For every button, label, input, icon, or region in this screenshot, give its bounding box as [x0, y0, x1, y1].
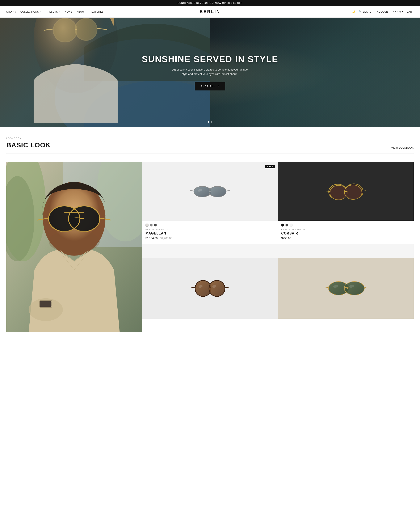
- magellan-sunglasses-svg: [189, 183, 231, 200]
- featured-lookbook-image: [6, 162, 142, 332]
- nav-features[interactable]: FEATURES: [90, 10, 104, 13]
- svg-point-33: [210, 192, 211, 192]
- sale-badge: SALE: [265, 165, 275, 168]
- lookbook-title: BASIC LOOK: [6, 141, 51, 149]
- svg-point-46: [361, 190, 362, 192]
- svg-line-60: [364, 287, 367, 288]
- hero-subtitle: Art of sunny sophistication, crafted to …: [172, 68, 248, 76]
- swatch-black[interactable]: [281, 224, 284, 227]
- chevron-down-icon: ▾: [15, 11, 16, 13]
- hero-dot-2[interactable]: [211, 121, 212, 122]
- announcement-text: SUNGLASSES REVOLUTION: NOW UP TO 60% OFF: [178, 2, 242, 4]
- svg-line-30: [190, 190, 194, 191]
- product-card-bottom-center: [142, 258, 278, 319]
- nav-collections[interactable]: COLLECTIONS ▾: [20, 10, 42, 13]
- product-card-magellan: SALE: [142, 162, 278, 258]
- hero-dot-1[interactable]: [208, 121, 209, 122]
- hero-title: SUNSHINE SERVED IN STYLE: [84, 54, 336, 64]
- announcement-bar: SUNGLASSES REVOLUTION: NOW UP TO 60% OFF: [0, 0, 420, 6]
- svg-point-61: [344, 288, 345, 289]
- header: SHOP ▾ COLLECTIONS ▾ PRESETS ▾ NEWS ABOU…: [0, 6, 420, 18]
- nav-left: SHOP ▾ COLLECTIONS ▾ PRESETS ▾ NEWS ABOU…: [6, 10, 104, 13]
- svg-line-6: [75, 29, 77, 30]
- search-icon: 🔍: [359, 10, 362, 13]
- svg-point-22: [49, 230, 100, 253]
- magellan-brand: BERLIN ESSENTIAL: [146, 229, 275, 231]
- magellan-info: BERLIN ESSENTIAL MAGELLAN $1,134.00 $1,2…: [142, 221, 278, 244]
- hero-section: SUNSHINE SERVED IN STYLE Art of sunny so…: [0, 18, 420, 127]
- magellan-swatches: [146, 224, 275, 227]
- svg-line-59: [325, 287, 328, 288]
- round-sunglasses-svg: [190, 279, 230, 298]
- hero-indicators: [208, 121, 212, 122]
- nav-news[interactable]: NEWS: [65, 10, 72, 13]
- corsair-swatches: [281, 224, 410, 227]
- view-lookbook-link[interactable]: VIEW LOOKBOOK: [391, 147, 414, 149]
- svg-line-31: [226, 190, 230, 191]
- svg-point-4: [53, 18, 77, 42]
- svg-point-62: [347, 288, 348, 289]
- lookbook-header: LOOKBOOK BASIC LOOK VIEW LOOKBOOK: [6, 137, 414, 153]
- product-card-corsair: BERLIN ESSENTIAL CORSAIR $750.00: [278, 162, 414, 258]
- arrow-icon: ↗: [217, 85, 219, 87]
- hero-cta-button[interactable]: SHOP ALL ↗: [195, 82, 225, 90]
- moon-icon: 🌙: [352, 10, 355, 13]
- svg-point-45: [329, 191, 330, 192]
- currency-selector[interactable]: CA ($) ▾: [393, 10, 403, 13]
- man-with-sunglasses-svg: [6, 162, 142, 332]
- corsair-brand: BERLIN ESSENTIAL: [281, 229, 410, 231]
- magellan-image: SALE: [142, 162, 278, 221]
- svg-rect-17: [64, 212, 84, 213]
- svg-rect-24: [40, 301, 52, 307]
- corsair-name: CORSAIR: [281, 232, 410, 235]
- hero-content: SUNSHINE SERVED IN STYLE Art of sunny so…: [84, 54, 336, 90]
- svg-point-5: [75, 18, 97, 40]
- nav-right: 🌙 🔍 SEARCH ACCOUNT CA ($) ▾ CART: [352, 10, 414, 13]
- account-link[interactable]: ACCOUNT: [377, 10, 390, 13]
- magellan-price: $1,134.00 $1,200.00: [146, 236, 275, 240]
- lookbook-label: LOOKBOOK: [6, 137, 51, 140]
- dark-mode-toggle[interactable]: 🌙: [352, 10, 355, 13]
- chevron-down-icon: ▾: [40, 11, 42, 13]
- swatch-white[interactable]: [289, 224, 293, 227]
- svg-line-52: [225, 287, 229, 288]
- swatch-light[interactable]: [146, 224, 149, 227]
- chevron-down-icon: ▾: [402, 10, 403, 13]
- svg-point-32: [209, 192, 210, 192]
- nav-shop[interactable]: SHOP ▾: [6, 10, 16, 13]
- lookbook-heading: LOOKBOOK BASIC LOOK: [6, 137, 51, 149]
- corsair-price: $750.00: [281, 236, 410, 240]
- nav-about[interactable]: ABOUT: [77, 10, 86, 13]
- svg-line-51: [191, 287, 195, 288]
- swatch-dark[interactable]: [285, 224, 288, 227]
- swatch-dark[interactable]: [154, 224, 157, 227]
- corsair-sunglasses-svg: [325, 181, 367, 202]
- site-logo[interactable]: BERLIN: [200, 9, 220, 14]
- cart-link[interactable]: CART: [407, 10, 414, 13]
- magellan-name: MAGELLAN: [146, 232, 275, 235]
- product-grid: SALE: [6, 162, 414, 332]
- swatch-mid[interactable]: [150, 224, 153, 227]
- chevron-down-icon: ▾: [59, 11, 61, 13]
- corsair-info: BERLIN ESSENTIAL CORSAIR $750.00: [278, 221, 414, 244]
- gold-sunglasses-svg: [325, 279, 367, 298]
- nav-presets[interactable]: PRESETS ▾: [46, 10, 61, 13]
- corsair-image: [278, 162, 414, 221]
- product-card-bottom-right: [278, 258, 414, 319]
- search-button[interactable]: 🔍 SEARCH: [359, 10, 374, 13]
- lookbook-section: LOOKBOOK BASIC LOOK VIEW LOOKBOOK: [0, 127, 420, 160]
